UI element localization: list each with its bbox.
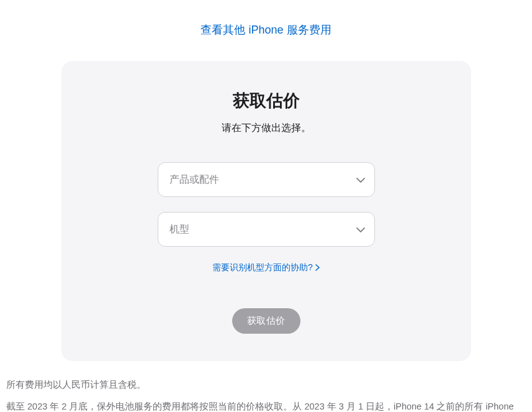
footer-notes: 所有费用均以人民币计算且含税。 截至 2023 年 2 月底，保外电池服务的费用… — [6, 376, 521, 412]
footer-note-2-text: 截至 2023 年 2 月底，保外电池服务的费用都将按照当前的价格收取。从 20… — [6, 401, 514, 412]
get-estimate-button[interactable]: 获取估价 — [232, 308, 300, 334]
chevron-right-icon — [315, 263, 320, 273]
other-services-link[interactable]: 查看其他 iPhone 服务费用 — [201, 24, 331, 36]
identify-model-help-link[interactable]: 需要识别机型方面的协助? — [212, 262, 320, 273]
help-link-label: 需要识别机型方面的协助? — [212, 262, 313, 273]
card-subtitle: 请在下方做出选择。 — [91, 122, 441, 135]
top-link-container: 查看其他 iPhone 服务费用 — [0, 0, 532, 55]
model-select-placeholder: 机型 — [169, 223, 189, 236]
card-title: 获取估价 — [91, 89, 441, 112]
footer-note-2: 截至 2023 年 2 月底，保外电池服务的费用都将按照当前的价格收取。从 20… — [6, 398, 521, 412]
product-select-wrap: 产品或配件 — [158, 162, 375, 197]
product-select-placeholder: 产品或配件 — [169, 173, 219, 186]
model-select[interactable]: 机型 — [158, 212, 375, 247]
product-select[interactable]: 产品或配件 — [158, 162, 375, 197]
model-select-wrap: 机型 — [158, 212, 375, 247]
footer-note-1: 所有费用均以人民币计算且含税。 — [6, 376, 521, 394]
help-link-row: 需要识别机型方面的协助? — [91, 262, 441, 308]
estimate-card: 获取估价 请在下方做出选择。 产品或配件 机型 需要识别机型方面的协助? 获取估… — [61, 61, 471, 361]
